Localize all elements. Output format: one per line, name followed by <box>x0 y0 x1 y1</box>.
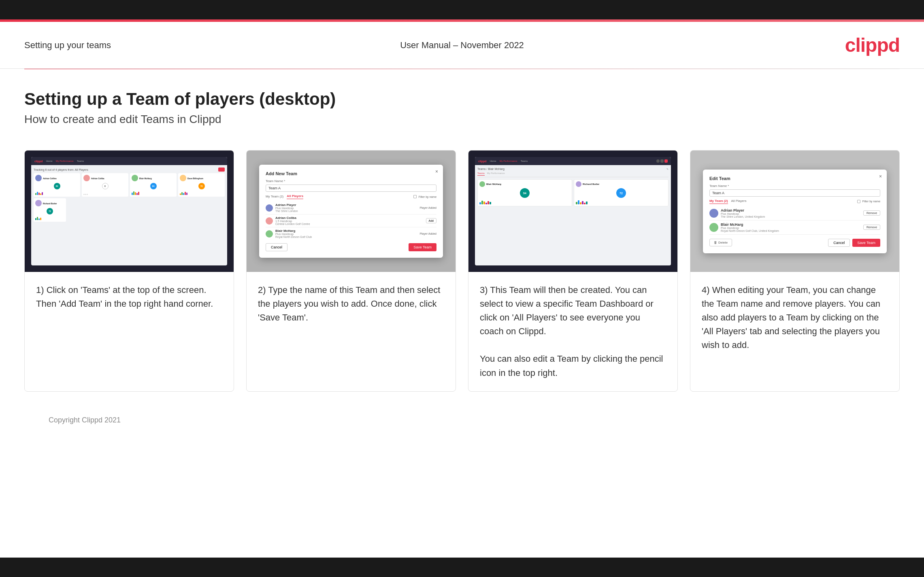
ss1-player-grid: Adrian Collins 84 <box>34 173 225 197</box>
ss1-p5-name: Richard Butler <box>43 202 57 205</box>
modal2-player-row-3: Blair McHarg Plus HandicapRoyal North De… <box>266 227 436 240</box>
modal4-p2-name: Blair McHarg <box>721 223 861 227</box>
ss3-tabs: Teams My Performance <box>477 172 669 177</box>
ss3-p1-bars <box>479 199 570 204</box>
ss3-nav-home: Home <box>490 160 496 162</box>
ss1-player-2: Adrian Coliba 0 <box>82 173 128 197</box>
trash-icon: 🗑 <box>714 241 717 244</box>
ss3-nav-perf: My Performance <box>500 160 517 162</box>
modal2-p3-badge: Player Added <box>419 232 436 235</box>
ss3-p2-card: Richard Butler 72 <box>574 179 669 206</box>
ss1-subtitle: Tracking 6 out of 4 players from: All Pl… <box>34 168 88 171</box>
modal2-tab-allplayers[interactable]: All Players <box>287 194 303 199</box>
modal2-p1-club: Plus HandicapThe Shire London <box>275 207 417 212</box>
ss1-nav-teams: My Performance <box>56 160 74 162</box>
ss1-p4-bars <box>180 190 223 195</box>
ss3-icon-2 <box>660 159 664 163</box>
ss3-body: Teams / Blair McHarg ✎ Teams My Performa… <box>475 165 671 209</box>
header-center-text: User Manual – November 2022 <box>316 40 608 51</box>
ss1-p2-score: 0 <box>102 183 109 189</box>
page-title: Setting up a Team of players (desktop) <box>24 89 900 109</box>
ss1-player-4: Dave Billingham 78 <box>178 173 225 197</box>
modal2-p1-avatar <box>266 204 273 212</box>
ss1-body: Tracking 6 out of 4 players from: All Pl… <box>31 165 227 224</box>
ss1-p5-score: 72 <box>47 208 53 214</box>
modal4-p2-remove-btn[interactable]: Remove <box>863 225 880 230</box>
main-content: Setting up a Team of players (desktop) H… <box>0 69 924 449</box>
ss3-p2-name: Richard Butler <box>583 183 599 185</box>
modal4-delete-btn[interactable]: 🗑 Delete <box>709 239 732 246</box>
ss3-p2-avatar <box>576 181 581 187</box>
modal2-p2-add-btn[interactable]: Add <box>426 218 436 223</box>
filter-checkbox[interactable] <box>413 195 417 198</box>
ss1-p2-name: Adrian Coliba <box>91 177 104 180</box>
modal4-p2-club: Plus HandicapRoyal North Devon Golf Club… <box>721 227 861 232</box>
ss3-p1-score: 94 <box>520 188 530 198</box>
ss3-p1-name: Blair McHarg <box>486 183 501 185</box>
modal2-save-btn[interactable]: Save Team <box>409 243 436 251</box>
modal4-p1-club: Plus HandicapThe Shire London, United Ki… <box>721 212 861 218</box>
modal2-p3-avatar <box>266 230 273 238</box>
modal4-tabs: My Team (2) All Players Filter by name <box>709 199 880 204</box>
ss1-p3-score: 94 <box>150 183 157 189</box>
modal4-p1-avatar <box>709 209 718 218</box>
modal2-team-name-input[interactable] <box>266 185 436 192</box>
ss3-icon-3 <box>664 159 668 163</box>
modal4-p1-remove-btn[interactable]: Remove <box>863 210 880 216</box>
card-4-text: 4) When editing your Team, you can chang… <box>690 272 899 391</box>
modal4-title: Edit Team <box>709 176 880 181</box>
modal2-p1-badge: Player Added <box>419 206 436 209</box>
clippd-logo: clippd <box>845 34 900 56</box>
modal4-tab-myteam[interactable]: My Team (2) <box>709 199 728 204</box>
ss1-player-1: Adrian Collins 84 <box>34 173 80 197</box>
modal2-cancel-btn[interactable]: Cancel <box>266 243 287 251</box>
ss1-player-5: Richard Butler 72 <box>34 198 66 222</box>
modal4-p2-avatar <box>709 223 718 232</box>
add-team-modal: Add New Team × Team Name * My Team (2) A… <box>259 165 443 258</box>
modal2-close[interactable]: × <box>435 169 438 174</box>
modal4-footer-right: Cancel Save Team <box>828 239 880 247</box>
ss3-tab-teams[interactable]: Teams <box>477 172 485 176</box>
ss1-p1-name: Adrian Collins <box>43 177 57 180</box>
modal2-p2-avatar <box>266 217 273 225</box>
ss1-p4-name: Dave Billingham <box>187 177 203 180</box>
ss3-navbar: clippd Home My Performance Teams <box>475 157 671 165</box>
modal4-cancel-btn[interactable]: Cancel <box>828 239 850 247</box>
modal2-p3-name: Blair McHarg <box>275 229 417 233</box>
ss1-p2-avatar <box>83 175 90 181</box>
modal2-footer: Cancel Save Team <box>266 243 436 251</box>
card-3: clippd Home My Performance Teams <box>468 150 678 392</box>
modal2-filter: Filter by name <box>413 195 436 198</box>
ss1-p1-bars <box>35 190 79 195</box>
modal2-player-list: Adrian Player Plus HandicapThe Shire Lon… <box>266 202 436 240</box>
modal2-p1-name: Adrian Player <box>275 203 417 207</box>
ss1-p2-bars <box>83 190 127 195</box>
footer: Copyright Clippd 2021 <box>24 408 900 433</box>
ss1-bottom-row: Richard Butler 72 <box>34 198 225 222</box>
ss1-navbar: clippd Home My Performance Teams <box>31 157 227 165</box>
modal4-p1-name: Adrian Player <box>721 208 861 212</box>
filter-checkbox-4[interactable] <box>857 200 860 203</box>
ss1-p5-bars <box>35 215 64 220</box>
ss1-p3-name: Blair McHarg <box>139 177 152 180</box>
ss1-add-team-btn[interactable] <box>218 168 225 172</box>
ss3-tab-players[interactable]: My Performance <box>487 172 505 176</box>
card-1: clippd Home My Performance Teams Trackin… <box>24 150 234 392</box>
ss1-p4-avatar <box>180 175 186 181</box>
modal2-p1-info: Adrian Player Plus HandicapThe Shire Lon… <box>275 203 417 212</box>
modal2-team-name-label: Team Name * <box>266 179 436 183</box>
modal2-p2-name: Adrian Coliba <box>275 216 424 220</box>
ss1-p3-bars <box>132 190 175 195</box>
ss1-title-row: Tracking 6 out of 4 players from: All Pl… <box>34 168 225 172</box>
modal4-close[interactable]: × <box>879 174 882 179</box>
card-3-text: 3) This Team will then be created. You c… <box>468 272 677 391</box>
modal4-save-btn[interactable]: Save Team <box>852 239 880 247</box>
modal4-team-name-label: Team Name * <box>709 184 880 188</box>
modal4-team-name-input[interactable] <box>709 189 880 197</box>
ss1-nav-home: Home <box>46 160 53 162</box>
screenshot-1-inner: clippd Home My Performance Teams Trackin… <box>31 157 227 265</box>
modal2-tab-myteam[interactable]: My Team (2) <box>266 195 283 199</box>
modal4-tab-allplayers[interactable]: All Players <box>731 199 747 204</box>
copyright-text: Copyright Clippd 2021 <box>49 416 121 424</box>
modal2-p2-info: Adrian Coliba 1.5 HandicapCentral London… <box>275 216 424 225</box>
